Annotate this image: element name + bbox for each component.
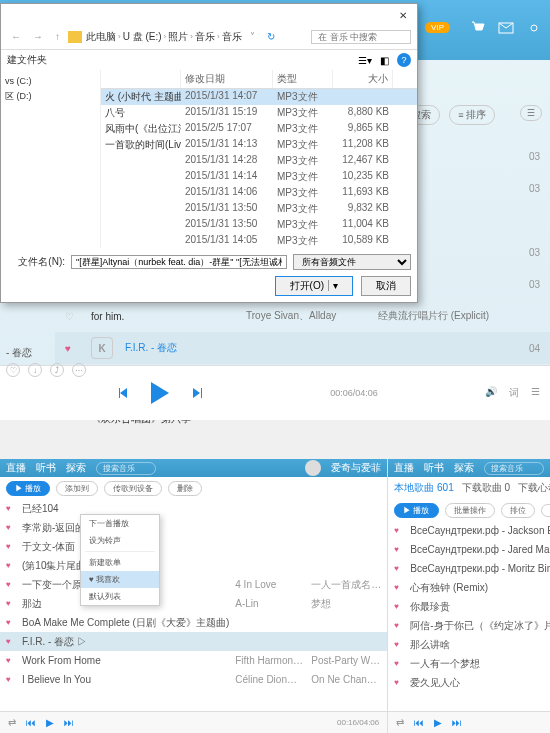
- lyric-icon[interactable]: 词: [509, 386, 519, 400]
- sidebar-drive[interactable]: vs (C:): [5, 74, 96, 88]
- heart-icon[interactable]: ♥: [6, 656, 16, 665]
- toolbar-pill[interactable]: 排位: [501, 503, 535, 518]
- settings-icon[interactable]: [526, 20, 542, 36]
- list-item[interactable]: ♥ F.I.R. - 眷恋 ▷: [0, 632, 387, 651]
- panel-search[interactable]: 搜索音乐: [484, 462, 544, 475]
- more-icon[interactable]: ⋯: [72, 363, 86, 377]
- sidebar-drive[interactable]: 区 (D:): [5, 88, 96, 105]
- cancel-button[interactable]: 取消: [361, 276, 411, 296]
- ctx-item[interactable]: 下一首播放: [81, 515, 159, 532]
- crumb-item[interactable]: 照片: [168, 30, 188, 44]
- list-item[interactable]: ♥ 那么讲啥 南希儿 那么讲啥: [388, 635, 550, 654]
- heart-icon[interactable]: ♥: [6, 561, 16, 570]
- mail-icon[interactable]: [498, 20, 514, 36]
- heart-icon[interactable]: ♥: [6, 618, 16, 627]
- ctx-item[interactable]: 新建歌单: [81, 554, 159, 571]
- list-item[interactable]: ♥ 阿信-身于你已（《约定冰了》片尾曲）: [388, 616, 550, 635]
- filename-input[interactable]: [71, 255, 287, 269]
- mini-next-icon[interactable]: ⏭: [64, 717, 74, 728]
- file-row[interactable]: 风雨中(《出位江湖...2015/2/5 17:07MP3文件9,865 KB: [101, 121, 417, 137]
- file-row[interactable]: 2015/1/31 14:14MP3文件10,235 KB: [101, 169, 417, 185]
- list-item[interactable]: ♥ Work From Home Fifth Harmony、Ty Do... …: [0, 651, 387, 670]
- heart-icon[interactable]: ♥: [394, 659, 404, 668]
- open-button[interactable]: 打开(O)▾: [275, 276, 353, 296]
- toolbar-pill[interactable]: 删除: [168, 481, 202, 496]
- preview-icon[interactable]: ◧: [380, 55, 389, 66]
- crumb-dropdown-icon[interactable]: ˅: [246, 31, 259, 42]
- heart-icon[interactable]: ♥: [6, 637, 16, 646]
- heart-icon[interactable]: ♥: [394, 526, 404, 535]
- heart-icon[interactable]: ♥: [6, 599, 16, 608]
- crumb-item[interactable]: U 盘 (E:): [123, 30, 162, 44]
- heart-icon[interactable]: ♥: [394, 583, 404, 592]
- ctx-item[interactable]: 设为铃声: [81, 532, 159, 549]
- toolbar-pill[interactable]: ▶ 播放: [394, 503, 438, 518]
- tab-explore[interactable]: 探索: [454, 461, 474, 475]
- avatar[interactable]: [305, 460, 321, 476]
- heart-icon[interactable]: ♥: [6, 542, 16, 551]
- file-row[interactable]: 火 (小时代 主题曲)2015/1/31 14:07MP3文件: [101, 89, 417, 105]
- mini-prev-icon[interactable]: ⏮: [414, 717, 424, 728]
- song-row[interactable]: ♡ for him. Troye Sivan、Allday 经典流行唱片行 (E…: [55, 300, 550, 332]
- heart-icon[interactable]: ♥: [394, 602, 404, 611]
- crumb-item[interactable]: 音乐: [195, 30, 215, 44]
- ctx-item[interactable]: 默认列表: [81, 588, 159, 605]
- heart-icon[interactable]: ♡: [65, 311, 79, 322]
- up-icon[interactable]: ↑: [51, 31, 64, 42]
- dialog-search-input[interactable]: [311, 30, 411, 44]
- file-row[interactable]: 2015/1/31 14:06MP3文件11,693 KB: [101, 185, 417, 201]
- new-folder-button[interactable]: 建文件夹: [7, 53, 47, 67]
- crumb-item[interactable]: 音乐: [222, 30, 242, 44]
- download-icon[interactable]: ↓: [28, 363, 42, 377]
- toolbar-pill[interactable]: …: [541, 504, 551, 517]
- column-headers[interactable]: 修改日期 类型 大小: [101, 70, 417, 89]
- crumb-item[interactable]: 此电脑: [86, 30, 116, 44]
- tab-book[interactable]: 听书: [424, 461, 444, 475]
- share-icon[interactable]: ⤴: [50, 363, 64, 377]
- forward-icon[interactable]: →: [29, 31, 47, 42]
- playlist-icon[interactable]: ☰: [531, 386, 540, 400]
- heart-icon[interactable]: ♥: [6, 523, 16, 532]
- view-icon[interactable]: ☰▾: [358, 55, 372, 66]
- next-button[interactable]: [189, 386, 203, 400]
- toolbar-pill[interactable]: 添加到: [56, 481, 98, 496]
- list-item[interactable]: ♥ 李常勋-返回的时间: [0, 518, 387, 537]
- file-row[interactable]: 2015/1/31 14:05MP3文件10,589 KB: [101, 233, 417, 248]
- list-item[interactable]: ♥ 心有独钟 (Remix) 陈晓东 Electric boy: [388, 578, 550, 597]
- sub-tab[interactable]: 本地歌曲 601: [394, 481, 453, 495]
- cart-icon[interactable]: [470, 20, 486, 36]
- mini-shuffle-icon[interactable]: ⇄: [8, 717, 16, 728]
- file-row[interactable]: 一首歌的时间(Live)2015/1/31 14:13MP3文件11,208 K…: [101, 137, 417, 153]
- mini-play-icon[interactable]: ▶: [46, 717, 54, 728]
- close-icon[interactable]: ✕: [399, 10, 411, 22]
- heart-icon[interactable]: ♥: [394, 621, 404, 630]
- list-item[interactable]: ♥ BoA Make Me Complete (日剧《大爱》主题曲): [0, 613, 387, 632]
- mini-shuffle-icon[interactable]: ⇄: [396, 717, 404, 728]
- play-button[interactable]: [151, 382, 169, 404]
- heart-icon[interactable]: ♥: [394, 678, 404, 687]
- volume-icon[interactable]: 🔊: [485, 386, 497, 400]
- like-icon[interactable]: ♡: [6, 363, 20, 377]
- list-item[interactable]: ♥ 爱久见人心 梁静茹 中国原创精选: [388, 673, 550, 692]
- back-icon[interactable]: ←: [7, 31, 25, 42]
- list-item[interactable]: ♥ 一下变一个原因 4 In Love 一人一首成名曲原创经典精...: [0, 575, 387, 594]
- song-row[interactable]: ♥ K F.I.R. - 眷恋 04: [55, 332, 550, 364]
- sub-tab[interactable]: 下载歌曲 0: [462, 481, 510, 495]
- mini-prev-icon[interactable]: ⏮: [26, 717, 36, 728]
- breadcrumb[interactable]: 此电脑›U 盘 (E:)›照片›音乐›音乐: [86, 30, 242, 44]
- list-item[interactable]: ♥ 你最珍贵 陈晓东 消息灵通 电视剧声带: [388, 597, 550, 616]
- sub-tab[interactable]: 下载心动 0: [518, 481, 550, 495]
- more-button[interactable]: ☰: [520, 105, 542, 121]
- file-row[interactable]: 2015/1/31 14:28MP3文件12,467 KB: [101, 153, 417, 169]
- list-item[interactable]: ♥ ВсеСаундтреки.рф - Moritz Bintig - It'…: [388, 559, 550, 578]
- mini-play-icon[interactable]: ▶: [434, 717, 442, 728]
- prev-button[interactable]: [117, 386, 131, 400]
- list-item[interactable]: ♥ ВсеСаундтреки.рф - Jackson Eppley, Rya…: [388, 521, 550, 540]
- toolbar-pill[interactable]: ▶ 播放: [6, 481, 50, 496]
- filetype-select[interactable]: 所有音频文件: [293, 254, 411, 270]
- tab-live[interactable]: 直播: [394, 461, 414, 475]
- list-item[interactable]: ♥ ВсеСаундтреки.рф - Jared Mahone - No M…: [388, 540, 550, 559]
- heart-icon[interactable]: ♥: [6, 675, 16, 684]
- list-item[interactable]: ♥ 已经104: [0, 499, 387, 518]
- file-row[interactable]: 2015/1/31 13:50MP3文件11,004 KB: [101, 217, 417, 233]
